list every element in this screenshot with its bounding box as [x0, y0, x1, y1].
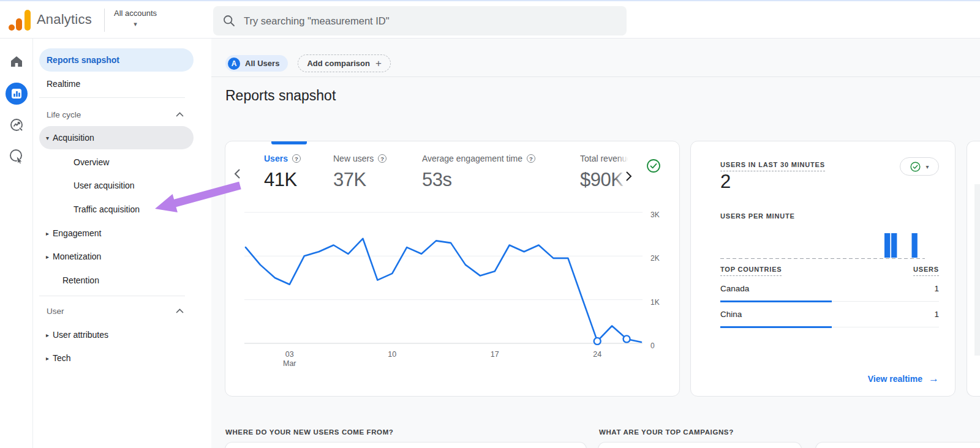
svg-text:03: 03 [285, 350, 294, 359]
users-last-30min-value: 2 [720, 171, 731, 193]
search-bar[interactable] [213, 6, 627, 35]
metric-avg-engagement-time[interactable]: Average engagement time? 53s [422, 154, 535, 191]
sidebar-item-monetization[interactable]: ▸ Monetization [39, 245, 194, 268]
check-circle-icon [646, 158, 662, 174]
header-divider [104, 9, 105, 32]
section-title-top-campaigns: WHAT ARE YOUR TOP CAMPAIGNS? [599, 428, 734, 436]
sidebar-item-traffic-acquisition[interactable]: Traffic acquisition [39, 198, 194, 221]
col-top-countries[interactable]: TOP COUNTRIES [720, 266, 782, 276]
nav-rail [0, 39, 33, 448]
sidebar-divider [39, 97, 185, 98]
sidebar-item-retention[interactable]: Retention [39, 269, 194, 292]
check-circle-icon [910, 161, 921, 173]
caret-down-icon: ▾ [134, 20, 137, 28]
metric-users[interactable]: Users? 41K [264, 154, 301, 191]
country-users: 1 [934, 284, 939, 293]
arrow-right-icon: → [929, 373, 939, 385]
metric-avg-engagement-value: 53s [422, 169, 535, 191]
rail-advertising-button[interactable] [0, 143, 33, 170]
sidebar-item-engagement[interactable]: ▸ Engagement [39, 222, 194, 245]
caret-right-icon: ▸ [39, 230, 53, 237]
next-card-content [974, 184, 980, 356]
reports-icon [5, 82, 28, 105]
caret-down-icon: ▾ [39, 135, 53, 141]
chevron-right-icon [626, 171, 632, 181]
y-axis-labels: 3K2K1K0 [648, 204, 669, 346]
sidebar-item-user-attributes[interactable]: ▸ User attributes [39, 323, 194, 346]
col-users[interactable]: USERS [913, 266, 939, 276]
analytics-logo[interactable]: Analytics [7, 7, 92, 32]
sidebar-section-life-cycle[interactable]: Life cycle [39, 103, 194, 126]
realtime-title: USERS IN LAST 30 MINUTES [720, 159, 825, 171]
caret-down-icon: ▾ [925, 163, 929, 170]
view-realtime-link[interactable]: View realtime → [868, 373, 939, 385]
chevron-up-icon [176, 308, 184, 313]
sidebar-item-tech[interactable]: ▸ Tech [39, 346, 194, 370]
caret-right-icon: ▸ [39, 253, 53, 260]
svg-text:17: 17 [491, 350, 499, 359]
main-content: A All Users Add comparison + Reports sna… [211, 39, 980, 448]
ga4-app: Analytics All accounts ▾ [0, 0, 980, 448]
sidebar-item-overview[interactable]: Overview [39, 151, 194, 174]
country-row[interactable]: China 1 [720, 310, 939, 327]
country-users: 1 [934, 310, 939, 319]
country-bar [720, 326, 832, 328]
rail-home-button[interactable] [0, 48, 33, 75]
comparison-bar: A All Users Add comparison + [225, 54, 391, 72]
overview-metrics-card: Users? 41K New users? 37K Average engage… [225, 141, 680, 397]
product-name: Analytics [37, 7, 92, 32]
all-users-chip[interactable]: A All Users [225, 55, 288, 72]
sidebar-item-realtime[interactable]: Realtime [39, 72, 194, 95]
account-switcher-label: All accounts [114, 9, 157, 18]
help-icon[interactable]: ? [292, 154, 301, 163]
page-title: Reports snapshot [225, 88, 336, 104]
home-icon [9, 54, 24, 69]
add-comparison-button[interactable]: Add comparison + [298, 54, 391, 72]
y-tick-label: 0 [650, 342, 655, 350]
help-icon[interactable]: ? [378, 154, 386, 163]
section-title-new-users: WHERE DO YOUR NEW USERS COME FROM? [225, 428, 393, 436]
selected-metric-indicator [271, 141, 307, 144]
analytics-logo-icon [7, 7, 31, 32]
svg-text:10: 10 [388, 350, 396, 359]
next-card-sliver [967, 141, 980, 397]
next-metrics-button[interactable] [622, 170, 636, 183]
search-input[interactable] [244, 15, 587, 27]
rail-explore-button[interactable] [0, 111, 33, 138]
users-per-minute-chart[interactable] [720, 226, 925, 263]
metric-users-value: 41K [264, 169, 301, 191]
new-users-card-top [225, 442, 587, 448]
country-name: Canada [720, 284, 749, 293]
metric-new-users-value: 37K [333, 169, 386, 191]
sidebar-item-user-acquisition[interactable]: User acquisition [39, 174, 194, 197]
chevron-up-icon [176, 112, 184, 117]
comparison-avatar: A [228, 58, 240, 70]
third-bottom-card-top [815, 442, 980, 448]
sidebar-item-acquisition[interactable]: ▾ Acquisition [39, 126, 194, 149]
sidebar-item-reports-snapshot[interactable]: Reports snapshot [39, 48, 194, 72]
plus-icon: + [375, 58, 382, 70]
sidebar-section-user[interactable]: User [39, 299, 194, 323]
realtime-status-button[interactable]: ▾ [900, 157, 939, 176]
content-divider [211, 77, 980, 77]
rail-reports-button[interactable] [0, 80, 33, 107]
country-bar [720, 301, 832, 302]
y-tick-label: 2K [650, 254, 660, 263]
users-line-chart[interactable]: 03Mar101724 [244, 204, 643, 369]
explore-icon [9, 118, 24, 132]
metric-new-users[interactable]: New users? 37K [333, 154, 386, 191]
y-tick-label: 1K [650, 298, 660, 307]
caret-right-icon: ▸ [39, 332, 53, 338]
help-icon[interactable]: ? [527, 154, 535, 163]
country-row[interactable]: Canada 1 [720, 284, 939, 302]
top-campaigns-card-top [598, 442, 802, 448]
account-switcher[interactable]: All accounts ▾ [114, 9, 157, 29]
svg-text:Mar: Mar [283, 359, 296, 368]
svg-text:24: 24 [593, 350, 601, 359]
previous-metrics-button[interactable] [230, 167, 244, 181]
realtime-card: USERS IN LAST 30 MINUTES ▾ 2 USERS PER M… [690, 141, 956, 397]
top-countries-table: TOP COUNTRIES USERS Canada 1 China 1 [720, 266, 939, 327]
data-quality-button[interactable] [646, 158, 662, 176]
sidebar-divider [39, 296, 185, 296]
metric-total-revenue-value: $90K [580, 169, 628, 191]
